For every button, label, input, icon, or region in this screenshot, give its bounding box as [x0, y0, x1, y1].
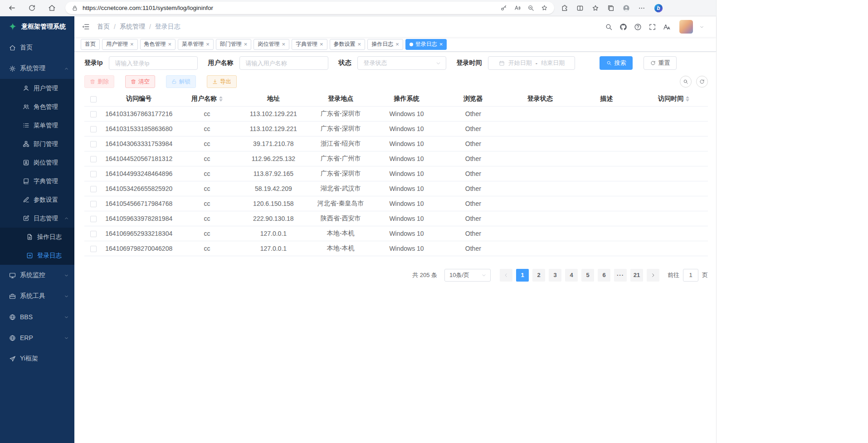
close-tab-icon[interactable]: × [168, 41, 172, 47]
row-checkbox[interactable] [90, 126, 97, 132]
page-button-2[interactable]: 2 [532, 269, 545, 282]
read-aloud-icon[interactable] [514, 5, 521, 11]
breadcrumb-home[interactable]: 首页 [97, 23, 110, 31]
sidebar-item-dept-mgmt[interactable]: 部门管理 [0, 135, 74, 153]
select-all-checkbox[interactable] [90, 96, 97, 102]
close-tab-icon[interactable]: × [130, 41, 134, 47]
browser-refresh-button[interactable] [25, 2, 38, 15]
sidebar-item-yi-framework[interactable]: Yi框架 [0, 348, 74, 369]
close-tab-icon[interactable]: × [244, 41, 248, 47]
sidebar-item-role-mgmt[interactable]: 角色管理 [0, 97, 74, 116]
sidebar-item-erp[interactable]: ERP [0, 327, 74, 348]
page-button-4[interactable]: 4 [565, 269, 578, 282]
breadcrumb-system[interactable]: 系统管理 [120, 23, 145, 31]
sidebar-item-log-mgmt[interactable]: 日志管理 [0, 209, 74, 228]
tab-operation-log[interactable]: 操作日志× [367, 39, 403, 50]
sort-icon[interactable] [219, 96, 223, 102]
split-screen-icon[interactable] [576, 5, 584, 12]
tab-dept-mgmt[interactable]: 部门管理× [216, 39, 252, 50]
tab-login-log[interactable]: 登录日志× [405, 39, 447, 50]
sidebar-item-menu-mgmt[interactable]: 菜单管理 [0, 116, 74, 135]
more-pages-button[interactable]: ··· [614, 269, 627, 282]
zoom-icon[interactable] [527, 5, 534, 11]
row-checkbox[interactable] [90, 231, 97, 237]
goto-page-input[interactable]: 1 [683, 269, 698, 282]
column-header-user-name[interactable]: 用户名称 [175, 92, 239, 106]
sidebar-item-operation-log[interactable]: 操作日志 [0, 228, 74, 246]
row-checkbox[interactable] [90, 216, 97, 222]
page-button-6[interactable]: 6 [598, 269, 610, 282]
status-select[interactable]: 登录状态 [357, 56, 446, 70]
close-tab-icon[interactable]: × [206, 41, 210, 47]
sidebar-item-param-settings[interactable]: 参数设置 [0, 190, 74, 209]
unlock-button[interactable]: 解锁 [166, 75, 196, 88]
close-tab-icon[interactable]: × [320, 41, 323, 47]
tab-home[interactable]: 首页 [81, 39, 100, 50]
sidebar-item-home[interactable]: 首页 [0, 37, 74, 58]
app-logo[interactable]: 意框架管理系统 [0, 16, 74, 37]
tab-menu-mgmt[interactable]: 菜单管理× [178, 39, 214, 50]
help-icon[interactable] [632, 21, 643, 32]
date-range-picker[interactable]: 开始日期 - 结束日期 [488, 56, 575, 70]
row-checkbox[interactable] [90, 111, 97, 117]
page-button-21[interactable]: 21 [630, 269, 643, 282]
profile-avatar-icon[interactable] [623, 5, 630, 12]
chevron-down-icon[interactable] [699, 24, 704, 29]
user-avatar[interactable] [679, 20, 693, 34]
user-name-input[interactable] [239, 56, 328, 70]
row-checkbox[interactable] [90, 141, 97, 147]
row-checkbox[interactable] [90, 246, 97, 252]
sidebar-fold-icon[interactable] [82, 23, 90, 31]
toggle-search-icon[interactable] [680, 76, 692, 88]
browser-home-button[interactable] [45, 2, 58, 15]
close-tab-icon[interactable]: × [358, 41, 361, 47]
row-checkbox[interactable] [90, 171, 97, 177]
collections-icon[interactable] [607, 5, 614, 12]
tab-dict-mgmt[interactable]: 字典管理× [292, 39, 327, 50]
url-text[interactable]: https://ccnetcore.com:1101/system/log/lo… [83, 5, 500, 11]
browser-menu-icon[interactable] [638, 5, 645, 12]
page-size-select[interactable]: 10条/页 [444, 269, 491, 282]
fullscreen-icon[interactable] [647, 21, 658, 32]
export-button[interactable]: 导出 [207, 75, 237, 88]
close-tab-icon[interactable]: × [282, 41, 285, 47]
address-bar[interactable]: https://ccnetcore.com:1101/system/log/lo… [65, 2, 554, 14]
page-button-5[interactable]: 5 [581, 269, 594, 282]
next-page-button[interactable] [647, 269, 659, 282]
login-ip-input[interactable] [109, 56, 198, 70]
sidebar-item-system-mgmt[interactable]: 系统管理 [0, 58, 74, 79]
favorites-icon[interactable] [592, 5, 599, 12]
close-tab-icon[interactable]: × [395, 41, 399, 47]
sort-icon[interactable] [686, 96, 689, 102]
sidebar-item-system-tools[interactable]: 系统工具 [0, 286, 74, 307]
row-checkbox[interactable] [90, 186, 97, 192]
prev-page-button[interactable] [500, 269, 512, 282]
row-checkbox[interactable] [90, 201, 97, 207]
password-manager-icon[interactable] [500, 5, 507, 11]
sidebar-item-user-mgmt[interactable]: 用户管理 [0, 79, 74, 97]
tab-role-mgmt[interactable]: 角色管理× [140, 39, 176, 50]
header-search-icon[interactable] [603, 21, 614, 32]
tab-param-settings[interactable]: 参数设置× [330, 39, 366, 50]
site-info-lock-icon[interactable] [72, 5, 78, 11]
tab-user-mgmt[interactable]: 用户管理× [102, 39, 138, 50]
search-button[interactable]: 搜索 [600, 56, 633, 70]
tab-post-mgmt[interactable]: 岗位管理× [254, 39, 289, 50]
sidebar-item-login-log[interactable]: 登录日志 [0, 246, 74, 265]
add-favorite-icon[interactable] [541, 5, 548, 11]
row-checkbox[interactable] [90, 156, 97, 162]
page-button-3[interactable]: 3 [549, 269, 561, 282]
sidebar-item-dict-mgmt[interactable]: 字典管理 [0, 172, 74, 190]
extensions-icon[interactable] [561, 5, 568, 12]
copilot-icon[interactable]: b [653, 3, 663, 13]
font-size-icon[interactable] [661, 21, 672, 32]
sidebar-item-post-mgmt[interactable]: 岗位管理 [0, 153, 74, 172]
sidebar-item-system-monitor[interactable]: 系统监控 [0, 265, 74, 286]
column-header-visit-time[interactable]: 访问时间 [640, 92, 708, 106]
close-tab-icon[interactable]: × [439, 41, 443, 47]
github-icon[interactable] [618, 21, 629, 32]
page-button-1[interactable]: 1 [516, 269, 529, 282]
refresh-table-icon[interactable] [696, 76, 708, 88]
sidebar-item-bbs[interactable]: BBS [0, 307, 74, 327]
delete-button[interactable]: 删除 [84, 75, 114, 88]
